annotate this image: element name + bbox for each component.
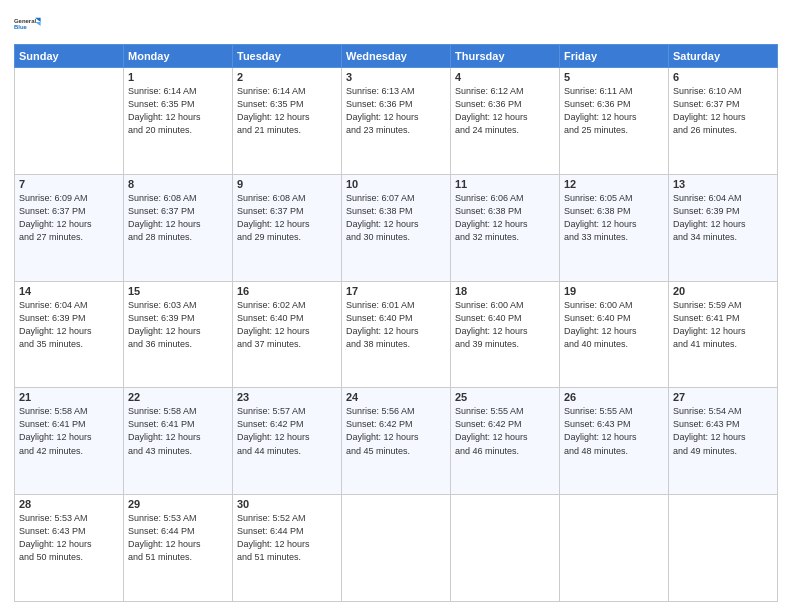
day-info: Sunrise: 5:53 AM Sunset: 6:43 PM Dayligh… (19, 512, 119, 564)
day-info: Sunrise: 6:13 AM Sunset: 6:36 PM Dayligh… (346, 85, 446, 137)
col-header-sunday: Sunday (15, 45, 124, 68)
day-info: Sunrise: 6:14 AM Sunset: 6:35 PM Dayligh… (128, 85, 228, 137)
week-row-2: 7Sunrise: 6:09 AM Sunset: 6:37 PM Daylig… (15, 174, 778, 281)
week-row-3: 14Sunrise: 6:04 AM Sunset: 6:39 PM Dayli… (15, 281, 778, 388)
day-number: 21 (19, 391, 119, 403)
day-cell (669, 495, 778, 602)
day-cell: 22Sunrise: 5:58 AM Sunset: 6:41 PM Dayli… (124, 388, 233, 495)
day-number: 19 (564, 285, 664, 297)
day-number: 5 (564, 71, 664, 83)
calendar-table: SundayMondayTuesdayWednesdayThursdayFrid… (14, 44, 778, 602)
svg-marker-3 (35, 22, 41, 26)
day-number: 1 (128, 71, 228, 83)
day-cell: 11Sunrise: 6:06 AM Sunset: 6:38 PM Dayli… (451, 174, 560, 281)
calendar-page: GeneralBlue SundayMondayTuesdayWednesday… (0, 0, 792, 612)
column-header-row: SundayMondayTuesdayWednesdayThursdayFrid… (15, 45, 778, 68)
day-cell: 24Sunrise: 5:56 AM Sunset: 6:42 PM Dayli… (342, 388, 451, 495)
day-info: Sunrise: 6:01 AM Sunset: 6:40 PM Dayligh… (346, 299, 446, 351)
day-number: 6 (673, 71, 773, 83)
day-number: 29 (128, 498, 228, 510)
day-info: Sunrise: 6:00 AM Sunset: 6:40 PM Dayligh… (564, 299, 664, 351)
day-cell: 23Sunrise: 5:57 AM Sunset: 6:42 PM Dayli… (233, 388, 342, 495)
col-header-tuesday: Tuesday (233, 45, 342, 68)
day-cell (560, 495, 669, 602)
day-number: 13 (673, 178, 773, 190)
day-info: Sunrise: 6:05 AM Sunset: 6:38 PM Dayligh… (564, 192, 664, 244)
day-cell: 16Sunrise: 6:02 AM Sunset: 6:40 PM Dayli… (233, 281, 342, 388)
day-number: 16 (237, 285, 337, 297)
day-number: 4 (455, 71, 555, 83)
logo: GeneralBlue (14, 10, 42, 38)
day-cell: 9Sunrise: 6:08 AM Sunset: 6:37 PM Daylig… (233, 174, 342, 281)
logo-icon: GeneralBlue (14, 10, 42, 38)
day-number: 27 (673, 391, 773, 403)
day-cell: 29Sunrise: 5:53 AM Sunset: 6:44 PM Dayli… (124, 495, 233, 602)
day-info: Sunrise: 6:12 AM Sunset: 6:36 PM Dayligh… (455, 85, 555, 137)
day-number: 3 (346, 71, 446, 83)
day-number: 2 (237, 71, 337, 83)
day-cell: 12Sunrise: 6:05 AM Sunset: 6:38 PM Dayli… (560, 174, 669, 281)
day-info: Sunrise: 6:09 AM Sunset: 6:37 PM Dayligh… (19, 192, 119, 244)
day-info: Sunrise: 5:56 AM Sunset: 6:42 PM Dayligh… (346, 405, 446, 457)
day-cell: 25Sunrise: 5:55 AM Sunset: 6:42 PM Dayli… (451, 388, 560, 495)
day-info: Sunrise: 6:03 AM Sunset: 6:39 PM Dayligh… (128, 299, 228, 351)
week-row-1: 1Sunrise: 6:14 AM Sunset: 6:35 PM Daylig… (15, 68, 778, 175)
day-cell: 26Sunrise: 5:55 AM Sunset: 6:43 PM Dayli… (560, 388, 669, 495)
day-cell: 6Sunrise: 6:10 AM Sunset: 6:37 PM Daylig… (669, 68, 778, 175)
day-number: 9 (237, 178, 337, 190)
day-cell: 7Sunrise: 6:09 AM Sunset: 6:37 PM Daylig… (15, 174, 124, 281)
day-cell (15, 68, 124, 175)
day-info: Sunrise: 5:55 AM Sunset: 6:43 PM Dayligh… (564, 405, 664, 457)
day-number: 18 (455, 285, 555, 297)
col-header-wednesday: Wednesday (342, 45, 451, 68)
day-number: 25 (455, 391, 555, 403)
day-info: Sunrise: 6:04 AM Sunset: 6:39 PM Dayligh… (673, 192, 773, 244)
day-info: Sunrise: 6:02 AM Sunset: 6:40 PM Dayligh… (237, 299, 337, 351)
svg-text:Blue: Blue (14, 24, 28, 30)
day-info: Sunrise: 5:58 AM Sunset: 6:41 PM Dayligh… (128, 405, 228, 457)
day-number: 22 (128, 391, 228, 403)
day-number: 12 (564, 178, 664, 190)
day-cell: 13Sunrise: 6:04 AM Sunset: 6:39 PM Dayli… (669, 174, 778, 281)
day-number: 10 (346, 178, 446, 190)
day-info: Sunrise: 6:14 AM Sunset: 6:35 PM Dayligh… (237, 85, 337, 137)
day-cell: 27Sunrise: 5:54 AM Sunset: 6:43 PM Dayli… (669, 388, 778, 495)
day-number: 8 (128, 178, 228, 190)
day-number: 11 (455, 178, 555, 190)
day-info: Sunrise: 5:57 AM Sunset: 6:42 PM Dayligh… (237, 405, 337, 457)
day-info: Sunrise: 5:52 AM Sunset: 6:44 PM Dayligh… (237, 512, 337, 564)
day-cell: 3Sunrise: 6:13 AM Sunset: 6:36 PM Daylig… (342, 68, 451, 175)
day-cell: 14Sunrise: 6:04 AM Sunset: 6:39 PM Dayli… (15, 281, 124, 388)
col-header-friday: Friday (560, 45, 669, 68)
day-cell: 17Sunrise: 6:01 AM Sunset: 6:40 PM Dayli… (342, 281, 451, 388)
day-info: Sunrise: 6:11 AM Sunset: 6:36 PM Dayligh… (564, 85, 664, 137)
day-cell (342, 495, 451, 602)
day-cell: 4Sunrise: 6:12 AM Sunset: 6:36 PM Daylig… (451, 68, 560, 175)
day-info: Sunrise: 5:54 AM Sunset: 6:43 PM Dayligh… (673, 405, 773, 457)
day-info: Sunrise: 6:06 AM Sunset: 6:38 PM Dayligh… (455, 192, 555, 244)
day-number: 14 (19, 285, 119, 297)
day-cell: 18Sunrise: 6:00 AM Sunset: 6:40 PM Dayli… (451, 281, 560, 388)
day-number: 15 (128, 285, 228, 297)
day-number: 17 (346, 285, 446, 297)
day-cell: 2Sunrise: 6:14 AM Sunset: 6:35 PM Daylig… (233, 68, 342, 175)
day-number: 28 (19, 498, 119, 510)
day-number: 20 (673, 285, 773, 297)
day-cell: 5Sunrise: 6:11 AM Sunset: 6:36 PM Daylig… (560, 68, 669, 175)
day-info: Sunrise: 5:58 AM Sunset: 6:41 PM Dayligh… (19, 405, 119, 457)
day-number: 30 (237, 498, 337, 510)
day-number: 23 (237, 391, 337, 403)
col-header-saturday: Saturday (669, 45, 778, 68)
day-cell: 10Sunrise: 6:07 AM Sunset: 6:38 PM Dayli… (342, 174, 451, 281)
day-cell: 30Sunrise: 5:52 AM Sunset: 6:44 PM Dayli… (233, 495, 342, 602)
day-cell (451, 495, 560, 602)
day-number: 26 (564, 391, 664, 403)
week-row-4: 21Sunrise: 5:58 AM Sunset: 6:41 PM Dayli… (15, 388, 778, 495)
day-info: Sunrise: 6:00 AM Sunset: 6:40 PM Dayligh… (455, 299, 555, 351)
day-info: Sunrise: 5:55 AM Sunset: 6:42 PM Dayligh… (455, 405, 555, 457)
day-cell: 15Sunrise: 6:03 AM Sunset: 6:39 PM Dayli… (124, 281, 233, 388)
day-cell: 21Sunrise: 5:58 AM Sunset: 6:41 PM Dayli… (15, 388, 124, 495)
header: GeneralBlue (14, 10, 778, 38)
day-cell: 1Sunrise: 6:14 AM Sunset: 6:35 PM Daylig… (124, 68, 233, 175)
day-info: Sunrise: 5:59 AM Sunset: 6:41 PM Dayligh… (673, 299, 773, 351)
